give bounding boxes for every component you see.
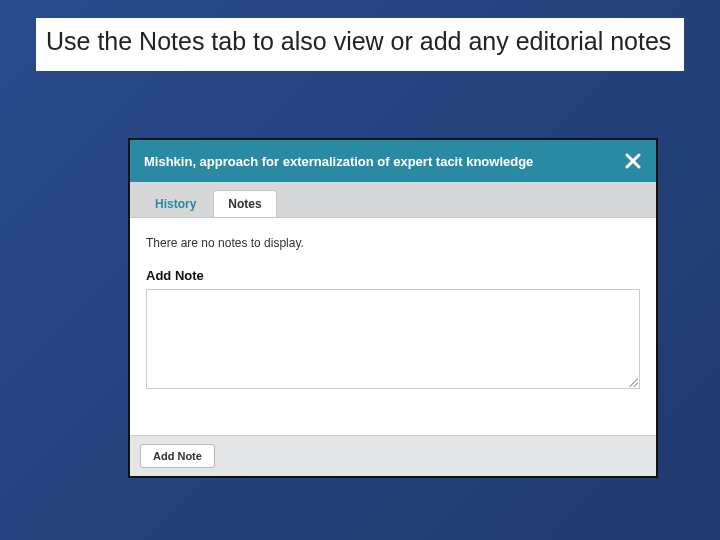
tab-notes[interactable]: Notes <box>213 190 276 217</box>
modal-body: There are no notes to display. Add Note <box>130 218 656 435</box>
slide-title: Use the Notes tab to also view or add an… <box>36 18 684 71</box>
notes-modal: Mishkin, approach for externalization of… <box>128 138 658 478</box>
tab-strip: History Notes <box>130 182 656 218</box>
modal-header: Mishkin, approach for externalization of… <box>130 140 656 182</box>
modal-footer: Add Note <box>130 435 656 476</box>
tab-history[interactable]: History <box>140 190 211 217</box>
close-icon[interactable] <box>622 150 644 172</box>
add-note-button[interactable]: Add Note <box>140 444 215 468</box>
note-textarea-wrap <box>146 289 640 389</box>
empty-notes-message: There are no notes to display. <box>146 236 640 250</box>
add-note-label: Add Note <box>146 268 640 283</box>
note-textarea[interactable] <box>146 289 640 389</box>
modal-title: Mishkin, approach for externalization of… <box>144 154 533 169</box>
